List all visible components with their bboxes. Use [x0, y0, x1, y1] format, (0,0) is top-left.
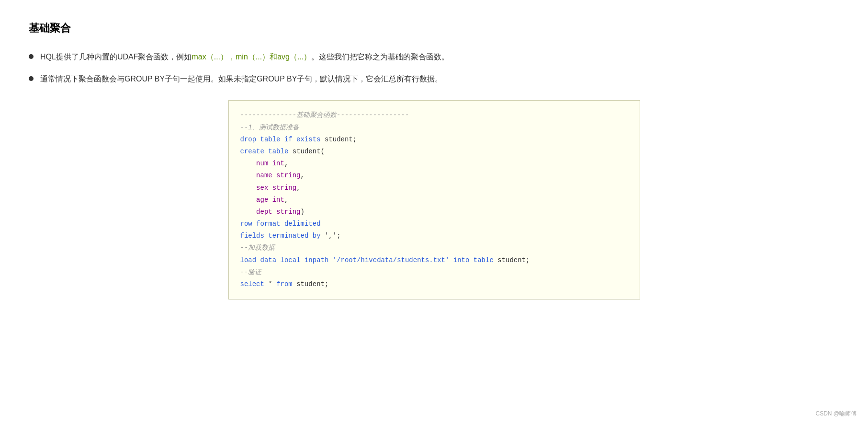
code-line: --验证 [240, 266, 628, 278]
code-keyword: select [240, 280, 264, 288]
code-line: dept string) [240, 206, 628, 218]
code-keyword: drop table if exists [240, 136, 321, 143]
bullet-dot-icon [29, 76, 34, 81]
code-comment: --验证 [240, 268, 262, 276]
code-field: num int [256, 160, 284, 167]
code-line: row format delimited [240, 218, 628, 230]
code-line: load data local inpath '/root/hivedata/s… [240, 254, 628, 266]
code-comment: --1、测试数据准备 [240, 124, 299, 131]
code-line: select * from student; [240, 278, 628, 290]
bullet-list: HQL提供了几种内置的UDAF聚合函数，例如max（...），min（...）和… [29, 50, 839, 86]
code-line: fields terminated by ','; [240, 230, 628, 242]
code-field: age int [256, 196, 284, 204]
code-line: create table student( [240, 146, 628, 158]
code-line: name string, [240, 170, 628, 182]
code-field: dept string [256, 208, 300, 216]
highlight-functions: max（...），min（...）和avg（...） [192, 53, 311, 61]
code-comment: --加载数据 [240, 244, 275, 252]
code-keyword: from [276, 280, 293, 288]
code-line: drop table if exists student; [240, 134, 628, 146]
code-line: --1、测试数据准备 [240, 122, 628, 134]
code-keyword: load data local inpath '/root/hivedata/s… [240, 256, 494, 264]
code-keyword: row format delimited [240, 220, 321, 228]
bullet-text-1: HQL提供了几种内置的UDAF聚合函数，例如max（...），min（...）和… [40, 50, 839, 64]
code-field: sex string [256, 184, 296, 192]
code-keyword: create table [240, 148, 289, 155]
code-line: --------------基础聚合函数------------------ [240, 109, 628, 121]
list-item: HQL提供了几种内置的UDAF聚合函数，例如max（...），min（...）和… [29, 50, 839, 64]
code-block: --------------基础聚合函数------------------ -… [228, 100, 640, 299]
code-line: sex string, [240, 182, 628, 194]
bullet-text-2: 通常情况下聚合函数会与GROUP BY子句一起使用。如果未指定GROUP BY子… [40, 72, 839, 86]
list-item: 通常情况下聚合函数会与GROUP BY子句一起使用。如果未指定GROUP BY子… [29, 72, 839, 86]
code-line: age int, [240, 194, 628, 206]
code-line: --加载数据 [240, 242, 628, 254]
bullet-dot-icon [29, 54, 34, 59]
code-block-wrapper: --------------基础聚合函数------------------ -… [29, 100, 839, 299]
code-line: num int, [240, 158, 628, 170]
code-field: name string [256, 172, 300, 179]
code-comment: --------------基础聚合函数------------------ [240, 111, 409, 119]
page-title: 基础聚合 [29, 19, 839, 37]
code-keyword: fields terminated by [240, 232, 321, 240]
